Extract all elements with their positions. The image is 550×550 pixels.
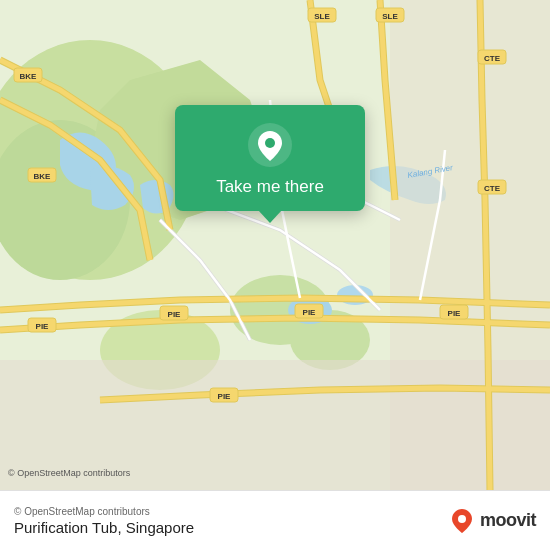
map-background: PIE PIE PIE PIE PIE BKE BKE SLE SLE CTE … <box>0 0 550 490</box>
svg-text:PIE: PIE <box>303 308 317 317</box>
svg-text:PIE: PIE <box>218 392 232 401</box>
svg-text:CTE: CTE <box>484 54 501 63</box>
location-name: Purification Tub, Singapore <box>14 519 194 536</box>
take-me-there-button[interactable]: Take me there <box>216 177 324 197</box>
bottom-bar: © OpenStreetMap contributors Purificatio… <box>0 490 550 550</box>
svg-text:BKE: BKE <box>34 172 52 181</box>
svg-text:SLE: SLE <box>382 12 398 21</box>
bottom-left-info: © OpenStreetMap contributors Purificatio… <box>14 506 194 536</box>
svg-text:CTE: CTE <box>484 184 501 193</box>
popup-card: Take me there <box>175 105 365 211</box>
svg-text:© OpenStreetMap contributors: © OpenStreetMap contributors <box>8 468 131 478</box>
svg-text:PIE: PIE <box>168 310 182 319</box>
svg-text:SLE: SLE <box>314 12 330 21</box>
moovit-logo[interactable]: moovit <box>448 507 536 535</box>
svg-text:PIE: PIE <box>448 309 462 318</box>
moovit-pin-icon <box>448 507 476 535</box>
svg-point-36 <box>265 138 275 148</box>
map-container: PIE PIE PIE PIE PIE BKE BKE SLE SLE CTE … <box>0 0 550 490</box>
svg-text:PIE: PIE <box>36 322 50 331</box>
moovit-label: moovit <box>480 510 536 531</box>
svg-text:BKE: BKE <box>20 72 38 81</box>
svg-point-37 <box>458 515 466 523</box>
location-pin-icon <box>248 123 292 167</box>
osm-attribution: © OpenStreetMap contributors <box>14 506 194 517</box>
